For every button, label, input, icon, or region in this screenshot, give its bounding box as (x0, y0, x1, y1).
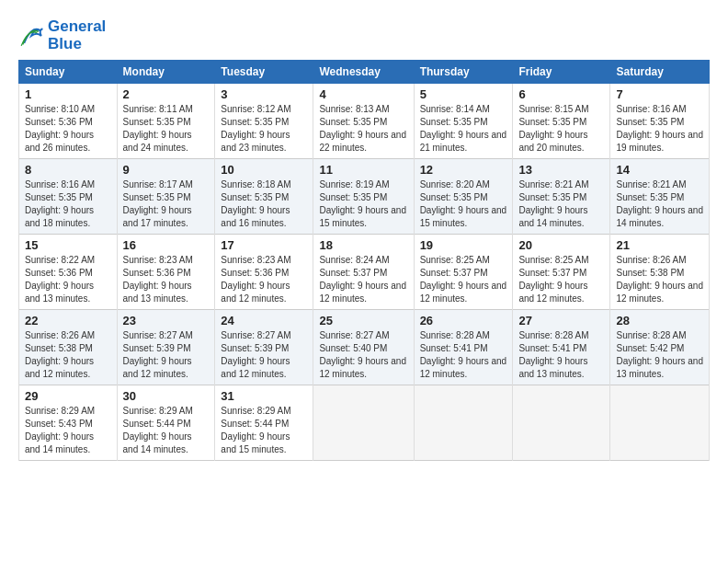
calendar-cell: 26 Sunrise: 8:28 AM Sunset: 5:41 PM Dayl… (414, 310, 513, 385)
day-number: 4 (319, 87, 407, 101)
day-detail: Sunrise: 8:20 AM Sunset: 5:35 PM Dayligh… (420, 178, 507, 230)
day-number: 13 (518, 163, 604, 177)
calendar-cell: 31 Sunrise: 8:29 AM Sunset: 5:44 PM Dayl… (215, 385, 313, 461)
calendar-cell (610, 385, 710, 461)
weekday-header-thursday: Thursday (414, 61, 513, 84)
calendar-cell: 8 Sunrise: 8:16 AM Sunset: 5:35 PM Dayli… (19, 159, 118, 235)
calendar-table: SundayMondayTuesdayWednesdayThursdayFrid… (18, 60, 710, 461)
day-number: 5 (420, 87, 507, 101)
day-detail: Sunrise: 8:26 AM Sunset: 5:38 PM Dayligh… (616, 254, 703, 305)
day-number: 23 (123, 314, 210, 327)
calendar-cell: 18 Sunrise: 8:24 AM Sunset: 5:37 PM Dayl… (313, 235, 414, 310)
week-row-2: 8 Sunrise: 8:16 AM Sunset: 5:35 PM Dayli… (19, 159, 710, 235)
day-number: 21 (616, 238, 703, 252)
calendar-cell: 17 Sunrise: 8:23 AM Sunset: 5:36 PM Dayl… (215, 235, 313, 310)
calendar-cell: 30 Sunrise: 8:29 AM Sunset: 5:44 PM Dayl… (117, 385, 215, 461)
day-number: 10 (221, 163, 307, 177)
day-number: 27 (518, 314, 604, 327)
calendar-cell: 13 Sunrise: 8:21 AM Sunset: 5:35 PM Dayl… (513, 159, 610, 235)
day-detail: Sunrise: 8:11 AM Sunset: 5:35 PM Dayligh… (123, 103, 210, 155)
calendar-cell: 11 Sunrise: 8:19 AM Sunset: 5:35 PM Dayl… (313, 159, 414, 235)
day-number: 29 (25, 389, 111, 403)
day-detail: Sunrise: 8:10 AM Sunset: 5:36 PM Dayligh… (25, 103, 111, 155)
calendar-cell: 5 Sunrise: 8:14 AM Sunset: 5:35 PM Dayli… (414, 84, 513, 159)
calendar-cell: 3 Sunrise: 8:12 AM Sunset: 5:35 PM Dayli… (215, 84, 313, 159)
day-detail: Sunrise: 8:21 AM Sunset: 5:35 PM Dayligh… (616, 178, 703, 230)
day-number: 3 (221, 87, 307, 101)
calendar-cell: 14 Sunrise: 8:21 AM Sunset: 5:35 PM Dayl… (610, 159, 710, 235)
calendar-cell: 27 Sunrise: 8:28 AM Sunset: 5:41 PM Dayl… (513, 310, 610, 385)
calendar-cell: 9 Sunrise: 8:17 AM Sunset: 5:35 PM Dayli… (117, 159, 215, 235)
calendar-cell: 25 Sunrise: 8:27 AM Sunset: 5:40 PM Dayl… (313, 310, 414, 385)
day-number: 26 (420, 314, 507, 327)
calendar-cell: 19 Sunrise: 8:25 AM Sunset: 5:37 PM Dayl… (414, 235, 513, 310)
day-number: 1 (25, 87, 111, 101)
day-number: 16 (123, 238, 210, 252)
day-detail: Sunrise: 8:23 AM Sunset: 5:36 PM Dayligh… (123, 254, 210, 305)
day-detail: Sunrise: 8:27 AM Sunset: 5:40 PM Dayligh… (319, 329, 407, 381)
calendar-cell (414, 385, 513, 461)
day-detail: Sunrise: 8:18 AM Sunset: 5:35 PM Dayligh… (221, 178, 307, 230)
weekday-header-row: SundayMondayTuesdayWednesdayThursdayFrid… (19, 61, 710, 84)
day-number: 15 (25, 238, 111, 252)
logo-icon (18, 23, 44, 49)
day-detail: Sunrise: 8:25 AM Sunset: 5:37 PM Dayligh… (420, 254, 507, 305)
day-detail: Sunrise: 8:28 AM Sunset: 5:42 PM Dayligh… (616, 329, 703, 381)
day-number: 9 (123, 163, 210, 177)
day-detail: Sunrise: 8:27 AM Sunset: 5:39 PM Dayligh… (221, 329, 307, 381)
day-detail: Sunrise: 8:12 AM Sunset: 5:35 PM Dayligh… (221, 103, 307, 155)
calendar-cell: 29 Sunrise: 8:29 AM Sunset: 5:43 PM Dayl… (19, 385, 118, 461)
calendar-cell: 22 Sunrise: 8:26 AM Sunset: 5:38 PM Dayl… (19, 310, 118, 385)
calendar-cell: 24 Sunrise: 8:27 AM Sunset: 5:39 PM Dayl… (215, 310, 313, 385)
calendar-cell (313, 385, 414, 461)
day-number: 17 (221, 238, 307, 252)
day-number: 22 (25, 314, 111, 327)
day-detail: Sunrise: 8:19 AM Sunset: 5:35 PM Dayligh… (319, 178, 407, 230)
header: General Blue (18, 15, 710, 52)
day-detail: Sunrise: 8:28 AM Sunset: 5:41 PM Dayligh… (420, 329, 507, 381)
calendar-cell: 7 Sunrise: 8:16 AM Sunset: 5:35 PM Dayli… (610, 84, 710, 159)
day-number: 19 (420, 238, 507, 252)
day-number: 20 (518, 238, 604, 252)
weekday-header-monday: Monday (117, 61, 215, 84)
calendar-cell: 23 Sunrise: 8:27 AM Sunset: 5:39 PM Dayl… (117, 310, 215, 385)
day-detail: Sunrise: 8:29 AM Sunset: 5:43 PM Dayligh… (25, 405, 111, 456)
day-number: 14 (616, 163, 703, 177)
day-detail: Sunrise: 8:25 AM Sunset: 5:37 PM Dayligh… (518, 254, 604, 305)
calendar-cell: 12 Sunrise: 8:20 AM Sunset: 5:35 PM Dayl… (414, 159, 513, 235)
calendar-cell: 21 Sunrise: 8:26 AM Sunset: 5:38 PM Dayl… (610, 235, 710, 310)
logo: General Blue (18, 18, 106, 52)
day-detail: Sunrise: 8:24 AM Sunset: 5:37 PM Dayligh… (319, 254, 407, 305)
day-number: 8 (25, 163, 111, 177)
day-number: 12 (420, 163, 507, 177)
weekday-header-tuesday: Tuesday (215, 61, 313, 84)
day-number: 28 (616, 314, 703, 327)
weekday-header-wednesday: Wednesday (313, 61, 414, 84)
day-number: 24 (221, 314, 307, 327)
day-number: 11 (319, 163, 407, 177)
calendar-cell (513, 385, 610, 461)
day-detail: Sunrise: 8:22 AM Sunset: 5:36 PM Dayligh… (25, 254, 111, 305)
day-number: 30 (123, 389, 210, 403)
day-detail: Sunrise: 8:29 AM Sunset: 5:44 PM Dayligh… (221, 405, 307, 456)
day-detail: Sunrise: 8:14 AM Sunset: 5:35 PM Dayligh… (420, 103, 507, 155)
calendar-cell: 16 Sunrise: 8:23 AM Sunset: 5:36 PM Dayl… (117, 235, 215, 310)
calendar-cell: 1 Sunrise: 8:10 AM Sunset: 5:36 PM Dayli… (19, 84, 118, 159)
day-number: 25 (319, 314, 407, 327)
week-row-3: 15 Sunrise: 8:22 AM Sunset: 5:36 PM Dayl… (19, 235, 710, 310)
day-number: 6 (518, 87, 604, 101)
day-detail: Sunrise: 8:26 AM Sunset: 5:38 PM Dayligh… (25, 329, 111, 381)
calendar-cell: 4 Sunrise: 8:13 AM Sunset: 5:35 PM Dayli… (313, 84, 414, 159)
day-detail: Sunrise: 8:27 AM Sunset: 5:39 PM Dayligh… (123, 329, 210, 381)
day-detail: Sunrise: 8:23 AM Sunset: 5:36 PM Dayligh… (221, 254, 307, 305)
calendar-cell: 2 Sunrise: 8:11 AM Sunset: 5:35 PM Dayli… (117, 84, 215, 159)
day-number: 31 (221, 389, 307, 403)
day-number: 7 (616, 87, 703, 101)
calendar-cell: 28 Sunrise: 8:28 AM Sunset: 5:42 PM Dayl… (610, 310, 710, 385)
weekday-header-friday: Friday (513, 61, 610, 84)
day-number: 2 (123, 87, 210, 101)
logo-text: General Blue (48, 18, 106, 52)
calendar-cell: 20 Sunrise: 8:25 AM Sunset: 5:37 PM Dayl… (513, 235, 610, 310)
week-row-1: 1 Sunrise: 8:10 AM Sunset: 5:36 PM Dayli… (19, 84, 710, 159)
calendar-cell: 10 Sunrise: 8:18 AM Sunset: 5:35 PM Dayl… (215, 159, 313, 235)
